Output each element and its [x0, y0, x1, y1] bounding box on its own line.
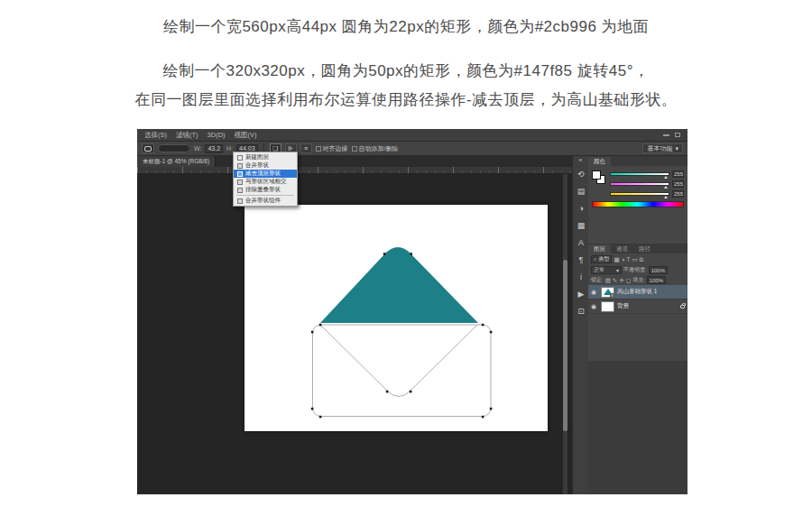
history-icon[interactable]: ⟲	[573, 165, 589, 182]
layer-name[interactable]: 高山基础形状 1	[617, 288, 657, 296]
slider-handle-icon[interactable]	[664, 176, 668, 179]
menu-item-intersect-shape-areas[interactable]: 与形状区域相交	[234, 178, 297, 186]
intersect-shapes-icon	[237, 180, 243, 185]
chevron-down-icon: ▾	[616, 267, 619, 273]
blue-value[interactable]: 255	[672, 190, 684, 198]
foreground-swatch[interactable]	[592, 170, 601, 180]
visibility-eye-icon[interactable]: ◉	[591, 289, 598, 296]
menu-view[interactable]: 视图(V)	[235, 131, 257, 140]
color-spectrum-bar[interactable]	[592, 201, 684, 207]
green-slider-row: 255	[610, 180, 684, 188]
blue-slider-row: 255	[610, 190, 684, 198]
red-slider-row: 255	[610, 170, 684, 178]
path-operations-menu: 新建图层 合并形状 减去顶层形状 与形状区域相交 排除重叠形状 合并形状组件	[233, 152, 298, 207]
minimize-icon[interactable]	[663, 134, 669, 136]
exclude-shapes-icon	[237, 188, 243, 193]
tutorial-line-2: 绘制一个320x320px，圆角为50px的矩形，颜色为#147f85 旋转45…	[0, 60, 812, 81]
red-value[interactable]: 255	[672, 170, 684, 178]
lock-all-icon[interactable]: ◻	[626, 277, 631, 284]
tool-preset-icon[interactable]	[142, 143, 154, 153]
search-icon: ⌕	[594, 256, 596, 262]
menu-item-merge-shape-components[interactable]: 合并形状组件	[234, 197, 297, 205]
collapse-panels-icon[interactable]: «	[573, 156, 588, 165]
combine-shapes-icon	[237, 163, 243, 169]
navigator-icon[interactable]: ⊡	[573, 302, 589, 319]
layer-row-background[interactable]: ◉ 背景	[588, 299, 687, 314]
tutorial-text: 绘制一个宽560px高44px 圆角为22px的矩形，颜色为#2cb996 为地…	[0, 16, 812, 110]
tab-color[interactable]: 颜色	[588, 157, 611, 166]
lock-label: 锁定:	[591, 276, 604, 284]
layer-filter-row: ⌕ 类型 ▦ ◑ T ▭ ⧉	[588, 253, 687, 265]
tutorial-line-1: 绘制一个宽560px高44px 圆角为22px的矩形，颜色为#2cb996 为地…	[0, 16, 812, 37]
character-icon[interactable]: A	[573, 234, 589, 251]
paragraph-icon[interactable]: ¶	[573, 251, 589, 268]
visibility-eye-icon[interactable]: ◉	[591, 303, 598, 310]
red-slider[interactable]	[610, 172, 669, 176]
path-arrangement-button[interactable]: ≡	[300, 143, 312, 153]
tab-layers[interactable]: 图层	[588, 244, 611, 253]
maximize-icon[interactable]	[675, 133, 680, 137]
subtract-front-shape-icon	[237, 171, 243, 177]
tutorial-line-3: 在同一图层里面选择利用布尔运算使用路径操作-减去顶层，为高山基础形状。	[0, 89, 812, 110]
window-controls	[663, 133, 687, 137]
panel-dock-strip: « ⟲ ▤ ◑ ▦ A ¶ i ▶ ⊡	[572, 156, 588, 494]
foreground-background-swatches[interactable]	[592, 170, 606, 185]
tab-channels[interactable]: 通道	[611, 244, 633, 253]
menu-3d[interactable]: 3D(D)	[208, 131, 226, 139]
actions-icon[interactable]: ▶	[573, 285, 589, 302]
filter-type-icon[interactable]: T	[626, 256, 630, 262]
options-bar: W: 43.2 H: 44.03 ❏ ⊪ ≡ 对齐边缘 自动添加/删除 基本功能…	[137, 141, 687, 156]
shape-layer-badge-icon	[610, 293, 614, 298]
opacity-field[interactable]: 100%	[649, 266, 668, 274]
properties-icon[interactable]: ▤	[573, 182, 589, 199]
menu-item-subtract-front-shape[interactable]: 减去顶层形状	[234, 170, 297, 178]
slider-handle-icon[interactable]	[664, 196, 668, 198]
layer-filter-dropdown[interactable]: ⌕ 类型	[591, 255, 612, 263]
document-tab[interactable]: 未标题-1 @ 45% (RGB/8)	[137, 156, 216, 167]
opacity-label: 不透明度:	[623, 266, 647, 274]
green-value[interactable]: 255	[672, 180, 684, 188]
chevron-down-icon: ▾	[675, 145, 678, 152]
shape-mode-dropdown[interactable]	[158, 144, 190, 152]
menu-select[interactable]: 选择(S)	[144, 131, 167, 140]
blend-mode-dropdown[interactable]: 正常 ▾	[591, 266, 622, 274]
canvas-area[interactable]	[137, 174, 572, 494]
layer-name[interactable]: 背景	[617, 302, 629, 310]
menu-item-exclude-overlapping-shapes[interactable]: 排除重叠形状	[234, 186, 297, 194]
width-field[interactable]: 43.2	[205, 144, 223, 153]
fill-label: 填充:	[632, 276, 645, 284]
info-icon[interactable]: i	[573, 268, 589, 285]
blue-slider[interactable]	[610, 192, 669, 196]
menu-filter[interactable]: 滤镜(T)	[176, 131, 198, 140]
align-edges-checkbox[interactable]: 对齐边缘	[316, 144, 348, 153]
lock-pixels-icon[interactable]: ✎	[613, 277, 617, 284]
checkbox-icon	[316, 146, 321, 152]
tab-paths[interactable]: 路径	[633, 244, 656, 253]
filter-pixel-icon[interactable]: ▦	[614, 256, 619, 263]
menu-item-new-layer[interactable]: 新建图层	[234, 153, 297, 161]
checkbox-icon	[352, 146, 357, 152]
filter-adjustment-icon[interactable]: ◑	[622, 256, 625, 262]
layer-thumbnail[interactable]	[601, 301, 614, 312]
filter-shape-icon[interactable]: ▭	[632, 256, 637, 263]
lock-transparency-icon[interactable]: ▨	[605, 277, 611, 284]
layers-panel: 图层 通道 路径 ⌕ 类型 ▦ ◑ T ▭ ⧉ 正常 ▾ 不透明	[588, 244, 687, 361]
styles-icon[interactable]: ▦	[573, 216, 589, 234]
fill-field[interactable]: 100%	[647, 276, 666, 284]
document-tab-bar: 未标题-1 @ 45% (RGB/8)	[137, 156, 572, 167]
slider-handle-icon[interactable]	[664, 186, 668, 189]
filter-smart-object-icon[interactable]: ⧉	[640, 256, 644, 263]
artboard[interactable]	[245, 205, 548, 431]
auto-add-checkbox[interactable]: 自动添加/删除	[352, 144, 399, 153]
layer-thumbnail[interactable]	[601, 287, 614, 298]
scrollbar-thumb[interactable]	[563, 260, 567, 431]
layer-row-mountain[interactable]: ◉ 高山基础形状 1	[588, 285, 687, 299]
green-slider[interactable]	[610, 182, 669, 186]
vertical-scrollbar[interactable]	[563, 174, 567, 494]
menu-item-combine-shapes[interactable]: 合并形状	[234, 161, 297, 170]
workspace-switcher[interactable]: 基本功能▾	[642, 143, 683, 153]
shape-graphics	[245, 205, 548, 431]
adjustments-icon[interactable]: ◑	[573, 199, 589, 216]
lock-position-icon[interactable]: ✛	[619, 277, 623, 284]
width-label: W:	[194, 145, 201, 152]
